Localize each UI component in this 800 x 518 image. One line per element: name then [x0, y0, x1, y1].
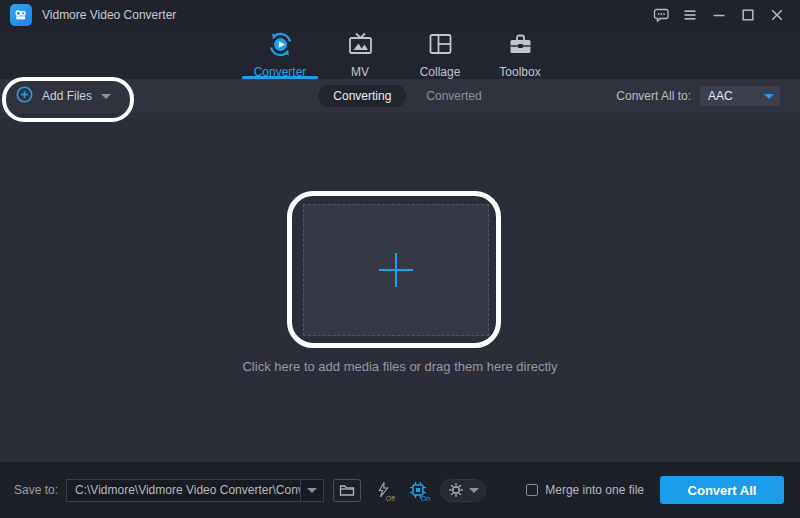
tab-toolbox-label: Toolbox: [499, 65, 540, 79]
open-folder-button[interactable]: [333, 479, 361, 502]
toolbar: Add Files Converting Converted Convert A…: [0, 79, 800, 113]
menu-icon[interactable]: [679, 4, 701, 26]
tab-collage-label: Collage: [420, 65, 461, 79]
feedback-icon[interactable]: [650, 4, 672, 26]
settings-caret-icon: [469, 488, 479, 493]
converter-icon: [267, 31, 294, 62]
toolbox-icon: [507, 31, 534, 62]
save-path-caret[interactable]: [301, 488, 323, 493]
gpu-state: On: [421, 495, 430, 502]
add-files-button[interactable]: Add Files: [16, 86, 111, 107]
app-window: Vidmore Video Converter Converter: [0, 0, 800, 518]
format-select[interactable]: AAC: [700, 86, 780, 106]
add-files-label: Add Files: [42, 89, 92, 103]
add-plus-icon: [16, 86, 33, 107]
tab-mv[interactable]: MV: [320, 30, 400, 79]
minimize-icon[interactable]: [708, 4, 730, 26]
high-speed-toggle[interactable]: Off: [370, 479, 396, 502]
merge-option[interactable]: Merge into one file: [526, 483, 644, 497]
queue-tabs: Converting Converted: [318, 79, 481, 113]
tab-converter-label: Converter: [254, 65, 307, 79]
collage-icon: [427, 31, 454, 62]
app-title: Vidmore Video Converter: [42, 8, 176, 22]
dropzone-hint: Click here to add media files or drag th…: [0, 359, 800, 374]
main-nav: Converter MV Collage Toolbox: [0, 30, 800, 79]
format-caret-icon: [764, 94, 774, 99]
format-value: AAC: [700, 89, 764, 103]
file-list-area: Click here to add media files or drag th…: [0, 113, 800, 462]
convert-all-to-group: Convert All to: AAC: [616, 86, 780, 106]
maximize-icon[interactable]: [737, 4, 759, 26]
add-files-caret-icon: [101, 94, 111, 99]
convert-all-button[interactable]: Convert All: [660, 476, 784, 504]
close-icon[interactable]: [766, 4, 788, 26]
settings-button[interactable]: [440, 479, 486, 502]
merge-label: Merge into one file: [545, 483, 644, 497]
save-to-label: Save to:: [14, 483, 58, 497]
titlebar: Vidmore Video Converter: [0, 0, 800, 30]
tab-mv-label: MV: [351, 65, 369, 79]
tab-collage[interactable]: Collage: [400, 30, 480, 79]
app-logo-icon: [10, 4, 32, 26]
mv-icon: [347, 31, 374, 62]
tab-converter[interactable]: Converter: [240, 30, 320, 79]
convert-all-to-label: Convert All to:: [616, 89, 691, 103]
tab-toolbox[interactable]: Toolbox: [480, 30, 560, 79]
gear-icon: [448, 482, 464, 498]
tab-converted[interactable]: Converted: [426, 89, 481, 103]
tab-converting[interactable]: Converting: [318, 85, 406, 107]
save-path-value: C:\Vidmore\Vidmore Video Converter\Conve…: [67, 483, 300, 497]
dropzone[interactable]: [303, 204, 489, 336]
gpu-toggle[interactable]: On: [405, 479, 431, 502]
high-speed-state: Off: [386, 495, 395, 502]
merge-checkbox[interactable]: [526, 484, 538, 496]
bottombar: Save to: C:\Vidmore\Vidmore Video Conver…: [0, 462, 800, 518]
save-path-field[interactable]: C:\Vidmore\Vidmore Video Converter\Conve…: [66, 479, 324, 502]
dropzone-plus-icon: [376, 250, 416, 290]
